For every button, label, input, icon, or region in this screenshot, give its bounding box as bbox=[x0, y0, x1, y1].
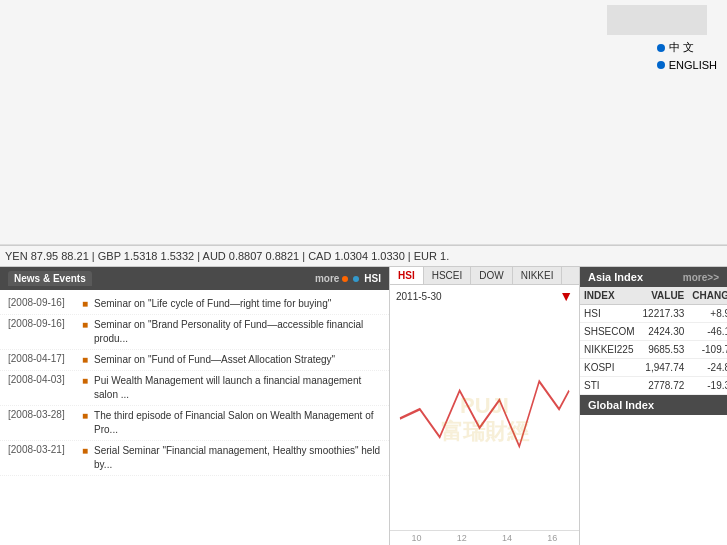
asia-index-header-row: INDEX VALUE CHANGE bbox=[580, 287, 727, 305]
language-selector: 中 文 ENGLISH bbox=[657, 40, 717, 75]
global-index-title: Global Index bbox=[588, 399, 654, 411]
chart-tab-hscei[interactable]: HSCEI bbox=[424, 267, 472, 284]
news-item[interactable]: [2008-09-16] ■ Seminar on "Brand Persona… bbox=[0, 315, 389, 350]
news-bullet: ■ bbox=[82, 410, 88, 421]
global-index-header: Global Index bbox=[580, 395, 727, 415]
index-value: 2424.30 bbox=[639, 323, 689, 341]
logo bbox=[607, 5, 707, 35]
news-item[interactable]: [2008-03-28] ■ The third episode of Fina… bbox=[0, 406, 389, 441]
news-bullet: ■ bbox=[82, 298, 88, 309]
english-dot bbox=[657, 61, 665, 69]
news-item[interactable]: [2008-09-16] ■ Seminar on "Life cycle of… bbox=[0, 294, 389, 315]
news-item-date: [2008-04-17] bbox=[8, 353, 76, 364]
chart-tab-dow[interactable]: DOW bbox=[471, 267, 512, 284]
news-item-date: [2008-03-21] bbox=[8, 444, 76, 455]
x-axis-label: 10 bbox=[412, 533, 422, 543]
index-change: -24.84 bbox=[688, 359, 727, 377]
news-panel: News & Events more HSI [2008-09-16] ■ Se… bbox=[0, 267, 390, 545]
news-item[interactable]: [2008-04-03] ■ Pui Wealth Management wil… bbox=[0, 371, 389, 406]
index-value: 9685.53 bbox=[639, 341, 689, 359]
x-axis-label: 14 bbox=[502, 533, 512, 543]
news-item[interactable]: [2008-04-17] ■ Seminar on "Fund of Fund—… bbox=[0, 350, 389, 371]
news-item[interactable]: [2008-03-21] ■ Serial Seminar "Financial… bbox=[0, 441, 389, 476]
asia-index-header: Asia Index more>> bbox=[580, 267, 727, 287]
chinese-dot bbox=[657, 44, 665, 52]
x-axis-label: 12 bbox=[457, 533, 467, 543]
index-row: HSI 12217.33 +8.99 bbox=[580, 305, 727, 323]
ticker-bar: YEN 87.95 88.21 | GBP 1.5318 1.5332 | AU… bbox=[0, 245, 727, 267]
asia-index-title: Asia Index bbox=[588, 271, 643, 283]
news-bullet: ■ bbox=[82, 375, 88, 386]
news-item-date: [2008-03-28] bbox=[8, 409, 76, 420]
chart-tabs: HSIHSCEIDOWNIKKEI bbox=[390, 267, 579, 285]
chart-watermark: PUJI 富瑞財經 bbox=[441, 392, 529, 445]
chinese-lang[interactable]: 中 文 bbox=[657, 40, 717, 55]
asia-index-panel: Asia Index more>> INDEX VALUE CHANGE HSI… bbox=[580, 267, 727, 545]
news-tab-tag: News & Events bbox=[8, 271, 92, 286]
index-name: NIKKEI225 bbox=[580, 341, 639, 359]
news-bullet: ■ bbox=[82, 319, 88, 330]
chart-date: 2011-5-30 ▼ bbox=[390, 285, 579, 307]
index-value: 1,947.74 bbox=[639, 359, 689, 377]
index-change: +8.99 bbox=[688, 305, 727, 323]
ticker-text: YEN 87.95 88.21 | GBP 1.5318 1.5332 | AU… bbox=[5, 250, 449, 262]
index-value: 2778.72 bbox=[639, 377, 689, 395]
news-item-date: [2008-09-16] bbox=[8, 297, 76, 308]
news-more-area: more HSI bbox=[315, 273, 381, 284]
index-change: -19.31 bbox=[688, 377, 727, 395]
index-name: SHSECOM bbox=[580, 323, 639, 341]
index-change: -46.14 bbox=[688, 323, 727, 341]
news-item-text: Seminar on "Life cycle of Fund—right tim… bbox=[94, 297, 331, 311]
x-axis-label: 16 bbox=[547, 533, 557, 543]
index-row: KOSPI 1,947.74 -24.84 bbox=[580, 359, 727, 377]
col-change: CHANGE bbox=[688, 287, 727, 305]
main-row: News & Events more HSI [2008-09-16] ■ Se… bbox=[0, 267, 727, 545]
news-dot-orange bbox=[342, 276, 348, 282]
index-row: NIKKEI225 9685.53 -109.71 bbox=[580, 341, 727, 359]
news-item-text: Seminar on "Fund of Fund—Asset Allocatio… bbox=[94, 353, 335, 367]
index-name: STI bbox=[580, 377, 639, 395]
top-area: 中 文 ENGLISH bbox=[0, 0, 727, 245]
news-item-text: Seminar on "Brand Personality of Fund—ac… bbox=[94, 318, 381, 346]
chart-arrow: ▼ bbox=[559, 288, 573, 304]
index-change: -109.71 bbox=[688, 341, 727, 359]
news-item-text: The third episode of Financial Salon on … bbox=[94, 409, 381, 437]
chart-x-axis: 10121416 bbox=[390, 530, 579, 545]
col-value: VALUE bbox=[639, 287, 689, 305]
col-index: INDEX bbox=[580, 287, 639, 305]
chart-tab-hsi[interactable]: HSI bbox=[390, 267, 424, 284]
news-item-date: [2008-09-16] bbox=[8, 318, 76, 329]
chart-panel: HSIHSCEIDOWNIKKEI 2011-5-30 ▼ PUJI 富瑞財經 … bbox=[390, 267, 580, 545]
news-dot-blue bbox=[353, 276, 359, 282]
index-name: KOSPI bbox=[580, 359, 639, 377]
index-row: SHSECOM 2424.30 -46.14 bbox=[580, 323, 727, 341]
news-item-text: Pui Wealth Management will launch a fina… bbox=[94, 374, 381, 402]
asia-index-more[interactable]: more>> bbox=[683, 272, 719, 283]
news-header: News & Events more HSI bbox=[0, 267, 389, 290]
index-name: HSI bbox=[580, 305, 639, 323]
english-lang[interactable]: ENGLISH bbox=[657, 59, 717, 71]
news-bullet: ■ bbox=[82, 445, 88, 456]
news-chart-label: HSI bbox=[364, 273, 381, 284]
news-more-btn[interactable]: more bbox=[315, 273, 339, 284]
news-item-text: Serial Seminar "Financial management, He… bbox=[94, 444, 381, 472]
news-item-date: [2008-04-03] bbox=[8, 374, 76, 385]
index-row: STI 2778.72 -19.31 bbox=[580, 377, 727, 395]
chart-date-text: 2011-5-30 bbox=[396, 291, 442, 302]
chart-tab-nikkei[interactable]: NIKKEI bbox=[513, 267, 563, 284]
chinese-label: 中 文 bbox=[669, 40, 694, 55]
chart-area: PUJI 富瑞財經 bbox=[390, 307, 579, 530]
news-items: [2008-09-16] ■ Seminar on "Life cycle of… bbox=[0, 290, 389, 545]
news-header-left: News & Events bbox=[8, 271, 96, 286]
news-bullet: ■ bbox=[82, 354, 88, 365]
index-value: 12217.33 bbox=[639, 305, 689, 323]
english-label: ENGLISH bbox=[669, 59, 717, 71]
asia-index-table: INDEX VALUE CHANGE HSI 12217.33 +8.99 SH… bbox=[580, 287, 727, 395]
